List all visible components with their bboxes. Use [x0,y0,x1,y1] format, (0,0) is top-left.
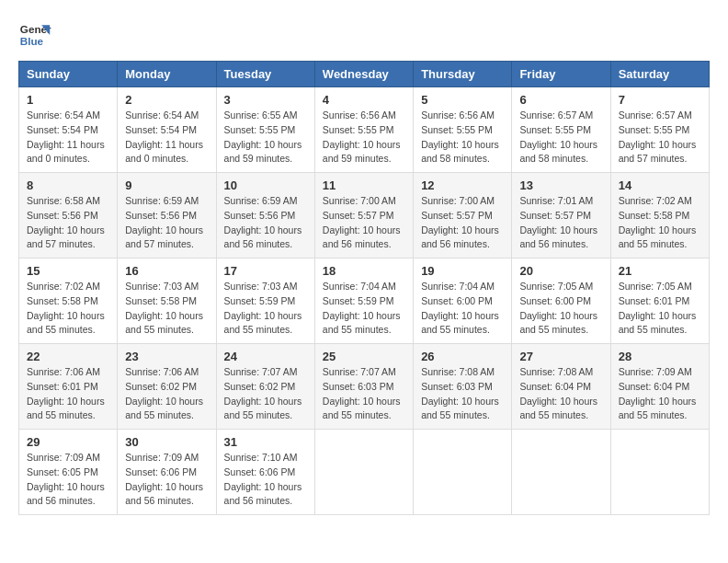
calendar-day-cell: 29Sunrise: 7:09 AM Sunset: 6:05 PM Dayli… [19,430,118,515]
day-detail: Sunrise: 7:04 AM Sunset: 5:59 PM Dayligh… [323,280,405,338]
calendar-header-cell: Saturday [610,62,709,87]
day-detail: Sunrise: 6:59 AM Sunset: 5:56 PM Dayligh… [125,194,208,252]
calendar-day-cell: 10Sunrise: 6:59 AM Sunset: 5:56 PM Dayli… [216,173,314,259]
day-number: 18 [323,264,405,278]
day-number: 1 [27,93,109,107]
calendar-day-cell: 20Sunrise: 7:05 AM Sunset: 6:00 PM Dayli… [512,259,610,344]
calendar-body: 1Sunrise: 6:54 AM Sunset: 5:54 PM Daylig… [19,87,710,515]
day-detail: Sunrise: 6:55 AM Sunset: 5:55 PM Dayligh… [224,109,307,167]
day-number: 3 [224,93,307,107]
calendar-day-cell: 28Sunrise: 7:09 AM Sunset: 6:04 PM Dayli… [610,344,709,430]
day-number: 4 [323,93,405,107]
calendar-day-cell: 2Sunrise: 6:54 AM Sunset: 5:54 PM Daylig… [118,87,216,173]
calendar-day-cell: 12Sunrise: 7:00 AM Sunset: 5:57 PM Dayli… [414,173,512,259]
header: General Blue [18,18,710,52]
day-number: 21 [619,264,701,278]
calendar-day-cell: 30Sunrise: 7:09 AM Sunset: 6:06 PM Dayli… [118,430,216,515]
day-detail: Sunrise: 6:57 AM Sunset: 5:55 PM Dayligh… [619,109,701,167]
day-number: 9 [125,178,208,192]
calendar-day-cell: 31Sunrise: 7:10 AM Sunset: 6:06 PM Dayli… [216,430,314,515]
calendar-day-cell: 5Sunrise: 6:56 AM Sunset: 5:55 PM Daylig… [414,87,512,173]
day-detail: Sunrise: 7:03 AM Sunset: 5:59 PM Dayligh… [224,280,307,338]
day-detail: Sunrise: 6:56 AM Sunset: 5:55 PM Dayligh… [421,109,504,167]
day-detail: Sunrise: 7:09 AM Sunset: 6:04 PM Dayligh… [619,365,701,423]
day-detail: Sunrise: 7:03 AM Sunset: 5:58 PM Dayligh… [125,280,208,338]
calendar-day-cell: 15Sunrise: 7:02 AM Sunset: 5:58 PM Dayli… [19,259,118,344]
day-detail: Sunrise: 7:05 AM Sunset: 6:01 PM Dayligh… [619,280,701,338]
calendar-day-cell [512,430,610,515]
calendar-header-cell: Thursday [414,62,512,87]
day-number: 20 [519,264,602,278]
day-number: 23 [125,350,208,363]
calendar-day-cell: 16Sunrise: 7:03 AM Sunset: 5:58 PM Dayli… [118,259,216,344]
calendar-day-cell: 25Sunrise: 7:07 AM Sunset: 6:03 PM Dayli… [314,344,413,430]
day-number: 31 [224,435,307,449]
calendar-week-row: 1Sunrise: 6:54 AM Sunset: 5:54 PM Daylig… [19,87,710,173]
day-number: 25 [323,350,405,363]
calendar-week-row: 22Sunrise: 7:06 AM Sunset: 6:01 PM Dayli… [19,344,710,430]
day-number: 12 [421,178,504,192]
day-number: 24 [224,350,307,363]
day-number: 13 [519,178,602,192]
day-number: 15 [27,264,109,278]
calendar-day-cell: 18Sunrise: 7:04 AM Sunset: 5:59 PM Dayli… [314,259,413,344]
calendar-day-cell: 22Sunrise: 7:06 AM Sunset: 6:01 PM Dayli… [19,344,118,430]
day-detail: Sunrise: 7:07 AM Sunset: 6:03 PM Dayligh… [323,365,405,423]
calendar-day-cell: 1Sunrise: 6:54 AM Sunset: 5:54 PM Daylig… [19,87,118,173]
day-detail: Sunrise: 7:00 AM Sunset: 5:57 PM Dayligh… [323,194,405,252]
day-detail: Sunrise: 7:02 AM Sunset: 5:58 PM Dayligh… [27,280,109,338]
day-number: 2 [125,93,208,107]
calendar-day-cell: 19Sunrise: 7:04 AM Sunset: 6:00 PM Dayli… [414,259,512,344]
calendar-day-cell: 21Sunrise: 7:05 AM Sunset: 6:01 PM Dayli… [610,259,709,344]
day-number: 30 [125,435,208,449]
day-number: 28 [619,350,701,363]
calendar-day-cell: 9Sunrise: 6:59 AM Sunset: 5:56 PM Daylig… [118,173,216,259]
day-detail: Sunrise: 7:07 AM Sunset: 6:02 PM Dayligh… [224,365,307,423]
day-detail: Sunrise: 6:57 AM Sunset: 5:55 PM Dayligh… [519,109,602,167]
day-detail: Sunrise: 7:10 AM Sunset: 6:06 PM Dayligh… [224,451,307,509]
logo-icon: General Blue [18,18,51,52]
calendar-header-cell: Tuesday [216,62,314,87]
calendar-day-cell: 11Sunrise: 7:00 AM Sunset: 5:57 PM Dayli… [314,173,413,259]
day-detail: Sunrise: 7:04 AM Sunset: 6:00 PM Dayligh… [421,280,504,338]
calendar-day-cell: 14Sunrise: 7:02 AM Sunset: 5:58 PM Dayli… [610,173,709,259]
day-detail: Sunrise: 6:54 AM Sunset: 5:54 PM Dayligh… [27,109,109,167]
calendar-day-cell: 8Sunrise: 6:58 AM Sunset: 5:56 PM Daylig… [19,173,118,259]
day-number: 6 [519,93,602,107]
calendar-day-cell: 17Sunrise: 7:03 AM Sunset: 5:59 PM Dayli… [216,259,314,344]
calendar-day-cell [414,430,512,515]
calendar-day-cell: 23Sunrise: 7:06 AM Sunset: 6:02 PM Dayli… [118,344,216,430]
calendar-day-cell: 13Sunrise: 7:01 AM Sunset: 5:57 PM Dayli… [512,173,610,259]
day-detail: Sunrise: 6:54 AM Sunset: 5:54 PM Dayligh… [125,109,208,167]
calendar-day-cell: 3Sunrise: 6:55 AM Sunset: 5:55 PM Daylig… [216,87,314,173]
calendar-header-row: SundayMondayTuesdayWednesdayThursdayFrid… [19,62,710,87]
calendar-day-cell: 7Sunrise: 6:57 AM Sunset: 5:55 PM Daylig… [610,87,709,173]
day-number: 10 [224,178,307,192]
calendar-day-cell: 26Sunrise: 7:08 AM Sunset: 6:03 PM Dayli… [414,344,512,430]
day-detail: Sunrise: 7:00 AM Sunset: 5:57 PM Dayligh… [421,194,504,252]
day-number: 22 [27,350,109,363]
calendar-header-cell: Sunday [19,62,118,87]
day-detail: Sunrise: 7:08 AM Sunset: 6:03 PM Dayligh… [421,365,504,423]
calendar-day-cell: 27Sunrise: 7:08 AM Sunset: 6:04 PM Dayli… [512,344,610,430]
svg-text:Blue: Blue [20,35,44,47]
day-number: 16 [125,264,208,278]
calendar-week-row: 8Sunrise: 6:58 AM Sunset: 5:56 PM Daylig… [19,173,710,259]
day-number: 27 [519,350,602,363]
day-number: 14 [619,178,701,192]
day-number: 29 [27,435,109,449]
day-detail: Sunrise: 7:06 AM Sunset: 6:01 PM Dayligh… [27,365,109,423]
calendar-header-cell: Wednesday [314,62,413,87]
day-detail: Sunrise: 6:59 AM Sunset: 5:56 PM Dayligh… [224,194,307,252]
day-detail: Sunrise: 6:56 AM Sunset: 5:55 PM Dayligh… [323,109,405,167]
day-number: 17 [224,264,307,278]
day-detail: Sunrise: 7:01 AM Sunset: 5:57 PM Dayligh… [519,194,602,252]
logo: General Blue [18,18,51,52]
day-number: 5 [421,93,504,107]
day-detail: Sunrise: 7:06 AM Sunset: 6:02 PM Dayligh… [125,365,208,423]
day-number: 19 [421,264,504,278]
day-detail: Sunrise: 6:58 AM Sunset: 5:56 PM Dayligh… [27,194,109,252]
day-detail: Sunrise: 7:09 AM Sunset: 6:06 PM Dayligh… [125,451,208,509]
calendar-header-cell: Friday [512,62,610,87]
calendar-day-cell: 24Sunrise: 7:07 AM Sunset: 6:02 PM Dayli… [216,344,314,430]
